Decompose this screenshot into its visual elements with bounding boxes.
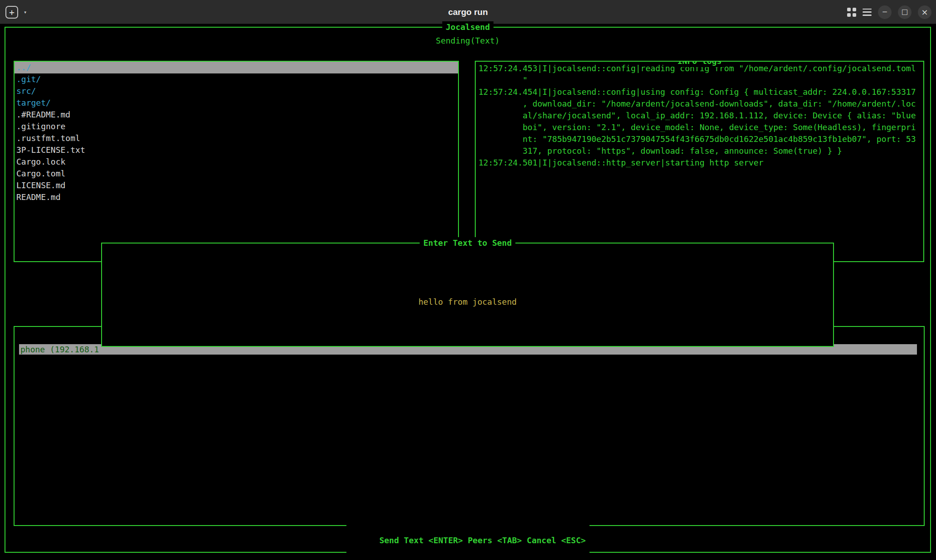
log-line: boi", version: "2.1", device_model: None… xyxy=(478,122,923,133)
app-frame: Jocalsend Sending(Text) ../ .git/ src/ t… xyxy=(5,27,931,553)
log-line: 317, protocol: "https", download: false,… xyxy=(478,145,923,157)
status-esc-key: <ESC> xyxy=(561,536,585,545)
file-item[interactable]: ../ xyxy=(15,62,458,73)
status-tab-key: <TAB> xyxy=(497,536,522,545)
status-enter-key: <ENTER> xyxy=(429,536,463,545)
file-item[interactable]: src/ xyxy=(15,85,458,97)
log-line: " xyxy=(478,74,923,86)
window-title: cargo run xyxy=(0,0,936,24)
tab-overview-button[interactable] xyxy=(847,8,856,17)
window-titlebar: + ▾ cargo run − □ × xyxy=(0,0,936,24)
log-line: 12:57:24.501|I|jocalsend::http_server|st… xyxy=(478,157,923,169)
file-item[interactable]: .gitignore xyxy=(15,121,458,132)
status-cancel-label: Cancel xyxy=(522,536,561,545)
maximize-icon: □ xyxy=(902,9,908,15)
log-line: 12:57:24.454|I|jocalsend::config|using c… xyxy=(478,86,923,98)
menu-button[interactable] xyxy=(863,9,872,16)
log-line: , download_dir: "/home/ardent/jocalsend-… xyxy=(478,98,923,110)
modal-title: Enter Text to Send xyxy=(419,237,515,249)
file-browser: ../ .git/ src/ target/ .#README.md .giti… xyxy=(14,61,459,262)
mode-label: Sending(Text) xyxy=(5,35,930,47)
log-panel-title: INFO logs xyxy=(674,61,726,67)
log-line: nt: "785b947190e2b51c7379047554f43f6675d… xyxy=(478,133,923,145)
file-item[interactable]: .rustfmt.toml xyxy=(15,132,458,144)
file-item[interactable]: .#README.md xyxy=(15,109,458,121)
grid-icon xyxy=(847,8,851,11)
status-peers-label: Peers xyxy=(463,536,497,545)
file-item[interactable]: LICENSE.md xyxy=(15,180,458,191)
close-icon: × xyxy=(921,8,928,16)
close-button[interactable]: × xyxy=(918,5,931,19)
file-item[interactable]: target/ xyxy=(15,97,458,109)
log-line: al/share/jocalsend", local_ip_addr: 192.… xyxy=(478,110,923,122)
hamburger-icon xyxy=(863,9,872,10)
file-item[interactable]: Cargo.toml xyxy=(15,168,458,180)
maximize-button[interactable]: □ xyxy=(898,5,912,19)
status-send-label: Send Text xyxy=(379,536,428,545)
text-input-value[interactable]: hello from jocalsend xyxy=(102,296,833,308)
file-item[interactable]: 3P-LICENSE.txt xyxy=(15,144,458,156)
file-item[interactable]: README.md xyxy=(15,191,458,203)
file-item[interactable]: Cargo.lock xyxy=(15,156,458,168)
text-input-modal[interactable]: Enter Text to Send hello from jocalsend xyxy=(101,243,834,347)
peers-panel: phone (192.168.1 xyxy=(14,326,925,526)
status-bar: Send Text <ENTER> Peers <TAB> Cancel <ES… xyxy=(346,523,589,558)
app-title: Jocalsend xyxy=(442,21,494,33)
terminal-screen: Jocalsend Sending(Text) ../ .git/ src/ t… xyxy=(0,24,936,560)
minimize-button[interactable]: − xyxy=(878,5,892,19)
minimize-icon: − xyxy=(882,9,888,15)
log-panel: INFO logs 12:57:24.453|I|jocalsend::conf… xyxy=(475,61,924,262)
file-item[interactable]: .git/ xyxy=(15,73,458,85)
